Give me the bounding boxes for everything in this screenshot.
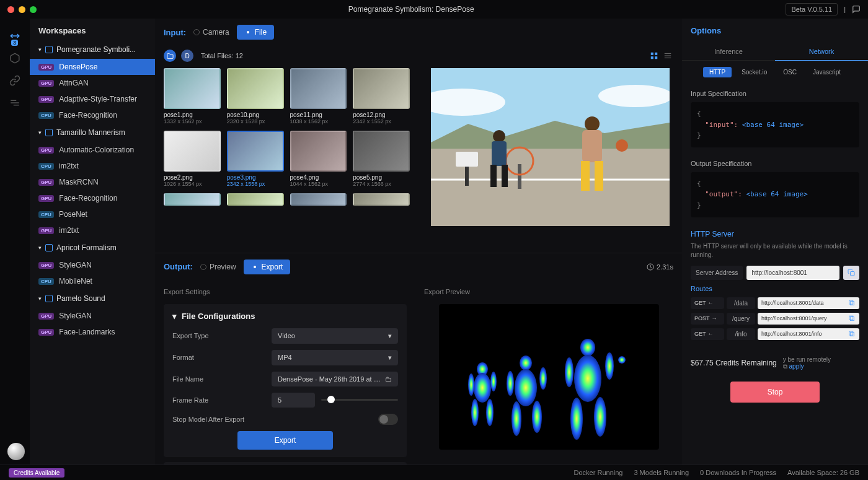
copy-icon[interactable]: ⧉	[843, 329, 859, 339]
file-item[interactable]: pose4.png1044 x 1562 px	[290, 131, 347, 187]
copy-icon[interactable]: ⧉	[843, 298, 859, 308]
model-row[interactable]: CPUMobileNet	[30, 273, 155, 289]
output-spec-label: Output Specification	[691, 160, 859, 167]
file-item[interactable]: pose10.png2320 x 1528 px	[227, 68, 284, 124]
svg-rect-19	[490, 165, 497, 187]
file-item[interactable]: pose12.png2342 x 1552 px	[353, 68, 410, 124]
compute-badge: GPU	[38, 329, 54, 336]
server-address-input[interactable]	[746, 266, 839, 280]
framerate-input[interactable]	[272, 393, 315, 408]
model-row[interactable]: GPUAutomatic-Colorization	[30, 142, 155, 158]
svg-point-10	[598, 85, 670, 107]
file-item[interactable]	[227, 193, 284, 206]
copy-icon[interactable]: ⧉	[843, 313, 859, 323]
route-data-url[interactable]	[758, 297, 843, 308]
file-item[interactable]	[353, 193, 410, 206]
route-query-url[interactable]	[758, 313, 843, 324]
flow-icon[interactable]	[9, 97, 21, 109]
close-window[interactable]	[7, 6, 14, 13]
subtab-socket[interactable]: Socket.io	[735, 67, 773, 77]
workspace-header[interactable]: ▾Apricot Formalism	[30, 238, 155, 257]
inference-time: 2.31s	[657, 263, 673, 271]
model-row[interactable]: GPUFace-Recognition	[30, 190, 155, 206]
chevron-down-icon: ▾	[388, 354, 392, 362]
file-thumbnail	[290, 131, 347, 172]
copy-address-button[interactable]	[843, 266, 859, 280]
input-file-option[interactable]: File	[237, 25, 274, 40]
model-name: Automatic-Colorization	[59, 146, 134, 154]
statusbar: Credits Available Docker Running 3 Model…	[0, 465, 868, 480]
workspace-header[interactable]: ▾Pomegranate Symboli...	[30, 40, 155, 59]
minimize-window[interactable]	[19, 6, 25, 13]
model-row[interactable]: GPUim2txt	[30, 222, 155, 238]
route-info-url[interactable]	[758, 328, 843, 339]
model-row[interactable]: GPUStyleGAN	[30, 308, 155, 324]
model-name: Face-Recognition	[59, 194, 117, 203]
export-preview-title: Export Preview	[424, 288, 673, 295]
chat-icon[interactable]	[852, 5, 861, 14]
model-row[interactable]: CPUPoseNet	[30, 206, 155, 222]
credits-pill[interactable]: Credits Available	[9, 468, 64, 478]
output-export-option[interactable]: Export	[244, 260, 291, 274]
model-row[interactable]: GPUAdaptive-Style-Transfer	[30, 91, 155, 107]
model-row[interactable]: GPUFace-Landmarks	[30, 324, 155, 340]
input-camera-option[interactable]: Camera	[193, 28, 229, 37]
filename-field[interactable]: DensePose - May 26th 2019 at …🗀	[272, 372, 398, 386]
file-item[interactable]: pose11.png1038 x 1562 px	[290, 68, 347, 124]
subtab-js[interactable]: Javascript	[807, 67, 847, 77]
file-thumbnail	[353, 68, 410, 109]
densepose-output	[439, 304, 659, 450]
compute-badge: CPU	[38, 112, 54, 119]
apply-link[interactable]: apply	[789, 363, 804, 370]
svg-point-36	[512, 401, 521, 436]
workspace-header[interactable]: ▾Pamelo Sound	[30, 289, 155, 308]
output-preview-option[interactable]: Preview	[200, 263, 236, 271]
workspace-header[interactable]: ▾Tamarillo Mannerism	[30, 123, 155, 142]
file-item[interactable]: pose3.png2342 x 1558 px	[227, 131, 284, 187]
version-button[interactable]: Beta V.0.5.11	[786, 3, 838, 15]
list-view-icon[interactable]	[662, 50, 673, 61]
model-row[interactable]: GPUStyleGAN	[30, 257, 155, 273]
file-item[interactable]	[290, 193, 347, 206]
stop-button[interactable]: Stop	[730, 382, 820, 403]
model-name: im2txt	[59, 226, 79, 235]
file-item[interactable]: pose1.png1332 x 1562 px	[164, 68, 221, 124]
drive-icon[interactable]: D	[181, 50, 193, 62]
file-item[interactable]	[164, 193, 221, 206]
subtab-http[interactable]: HTTP	[703, 67, 732, 77]
tab-inference[interactable]: Inference	[682, 43, 775, 61]
file-thumbnail	[353, 131, 410, 172]
file-thumbnail	[164, 68, 221, 109]
file-thumbnail	[290, 68, 347, 109]
svg-rect-47	[851, 272, 855, 276]
file-config-header[interactable]: ▾File Configurations	[172, 312, 398, 321]
model-row[interactable]: GPUMaskRCNN	[30, 174, 155, 190]
tab-network[interactable]: Network	[775, 43, 868, 61]
export-type-select[interactable]: Video▾	[272, 328, 398, 344]
format-select[interactable]: MP4▾	[272, 350, 398, 365]
file-dimensions: 2774 x 1566 px	[353, 181, 410, 187]
framerate-slider[interactable]	[321, 399, 398, 401]
cube-icon[interactable]	[9, 52, 21, 64]
model-row[interactable]: GPUAttnGAN	[30, 75, 155, 91]
avatar[interactable]	[7, 443, 25, 460]
link-icon[interactable]	[9, 74, 21, 87]
stop-after-toggle[interactable]	[378, 414, 398, 425]
file-toolbar: D Total Files: 12	[155, 46, 682, 68]
options-header: Options	[682, 19, 868, 43]
model-row[interactable]: CPUFace-Recognition	[30, 107, 155, 123]
swap-icon[interactable]: 3	[9, 30, 21, 42]
svg-rect-20	[502, 165, 508, 187]
svg-point-17	[493, 130, 505, 142]
file-item[interactable]: pose2.png1026 x 1554 px	[164, 131, 221, 187]
nav-rail: 3	[0, 19, 30, 465]
grid-view-icon[interactable]	[649, 50, 660, 61]
model-row[interactable]: GPUDensePose	[30, 59, 155, 75]
file-item[interactable]: pose5.png2774 x 1566 px	[353, 131, 410, 187]
maximize-window[interactable]	[30, 6, 37, 13]
model-row[interactable]: CPUim2txt	[30, 158, 155, 174]
folder-icon[interactable]	[164, 50, 176, 62]
export-button[interactable]: Export	[237, 431, 334, 450]
subtab-osc[interactable]: OSC	[777, 67, 803, 77]
output-label: Output:	[164, 262, 193, 271]
